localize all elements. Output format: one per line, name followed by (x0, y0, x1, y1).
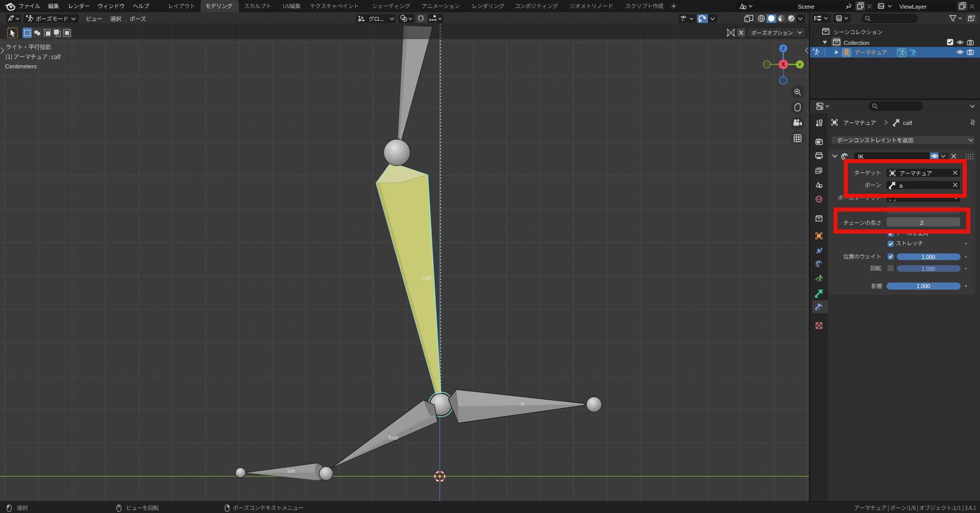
svg-text:Z: Z (782, 45, 785, 51)
svg-text:a: a (521, 400, 524, 406)
svg-text:toe: toe (287, 468, 295, 474)
svg-text:calf: calf (423, 275, 432, 281)
svg-text:Y: Y (798, 62, 802, 67)
svg-text:foot: foot (388, 434, 398, 441)
svg-text:X: X (781, 62, 785, 67)
